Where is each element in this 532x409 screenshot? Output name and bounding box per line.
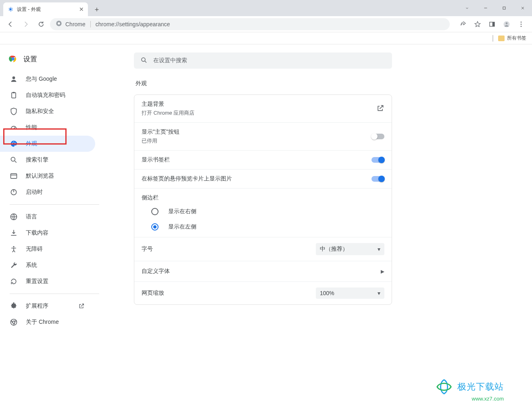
bookmarks-bar: 所有书签 — [0, 32, 532, 44]
browser-tab[interactable]: 设置 - 外观 ✕ — [3, 2, 88, 16]
svg-rect-22 — [11, 174, 17, 178]
row-label: 显示书签栏 — [142, 156, 371, 164]
all-bookmarks-link[interactable]: 所有书签 — [507, 35, 526, 42]
clipboard-icon — [10, 91, 18, 99]
reload-button[interactable] — [35, 18, 48, 31]
minimize-icon[interactable] — [476, 0, 495, 16]
radio-icon — [151, 223, 159, 231]
newtab-button[interactable]: + — [91, 4, 102, 15]
external-link-icon — [376, 104, 384, 113]
svg-point-20 — [15, 143, 15, 143]
sidebar-item-label: 关于 Chrome — [26, 319, 59, 326]
row-sublabel: 已停用 — [142, 137, 371, 145]
sidebar-item-accessibility[interactable]: 无障碍 — [0, 241, 95, 257]
sidebar-item-label: 性能 — [26, 124, 37, 131]
row-theme[interactable]: 主题背景 打开 Chrome 应用商店 — [134, 95, 392, 123]
sidebar-item-performance[interactable]: 性能 — [0, 120, 95, 136]
radio-sidepanel-left[interactable]: 显示在左侧 — [134, 219, 392, 237]
row-sublabel: 打开 Chrome 应用商店 — [142, 109, 376, 117]
search-placeholder: 在设置中搜索 — [153, 57, 187, 64]
power-icon — [10, 188, 18, 196]
row-label: 主题背景 — [142, 101, 376, 108]
select-value: 中（推荐） — [320, 245, 348, 253]
row-home-button: 显示"主页"按钮 已停用 — [134, 123, 392, 151]
sidebar-item-label: 您与 Google — [26, 76, 57, 83]
omnibox[interactable]: Chrome chrome://settings/appearance — [50, 18, 450, 30]
toggle-bookmarks-bar[interactable] — [371, 157, 384, 163]
gear-icon — [7, 6, 14, 13]
sidebar-item-appearance[interactable]: 外观 — [0, 136, 95, 152]
svg-point-25 — [13, 246, 14, 247]
toggle-home-button[interactable] — [371, 134, 384, 139]
watermark-text: 极光下载站 — [457, 381, 504, 393]
row-show-bookmarks: 显示书签栏 — [134, 151, 392, 170]
star-icon[interactable] — [471, 18, 484, 31]
chrome-logo-icon — [8, 54, 18, 64]
sidebar-item-languages[interactable]: 语言 — [0, 209, 95, 225]
svg-point-18 — [12, 143, 13, 143]
sidebar-item-about[interactable]: 关于 Chrome — [0, 314, 95, 330]
chevron-down-icon[interactable] — [458, 0, 476, 16]
sidebar-item-label: 下载内容 — [26, 229, 48, 237]
forward-button[interactable] — [19, 18, 32, 31]
close-icon[interactable] — [513, 0, 532, 16]
row-label: 网页缩放 — [142, 289, 316, 297]
row-custom-fonts[interactable]: 自定义字体 ▸ — [134, 261, 392, 282]
sidebar-item-label: 无障碍 — [26, 245, 43, 253]
radio-icon — [151, 208, 159, 215]
sidebar-item-downloads[interactable]: 下载内容 — [0, 225, 95, 241]
sidebar-item-startup[interactable]: 启动时 — [0, 184, 95, 200]
divider — [90, 21, 91, 27]
divider — [10, 204, 99, 205]
sidebar-item-autofill[interactable]: 自动填充和密码 — [0, 87, 95, 103]
sidebar-item-default-browser[interactable]: 默认浏览器 — [0, 168, 95, 184]
tab-title: 设置 - 外观 — [17, 6, 41, 13]
maximize-icon[interactable] — [495, 0, 513, 16]
back-button[interactable] — [4, 18, 17, 31]
svg-rect-1 — [484, 8, 487, 8]
font-size-select[interactable]: 中（推荐） ▾ — [316, 243, 384, 255]
browser-icon — [10, 172, 18, 180]
row-label: 字号 — [142, 245, 316, 253]
chevron-right-icon: ▸ — [381, 267, 384, 276]
menu-icon[interactable] — [514, 18, 528, 31]
sidebar-item-label: 外观 — [26, 140, 37, 147]
sidebar-item-privacy[interactable]: 隐私和安全 — [0, 103, 95, 120]
person-icon — [10, 75, 18, 83]
page-zoom-select[interactable]: 100% ▾ — [316, 287, 384, 299]
profile-icon[interactable] — [500, 18, 513, 31]
svg-point-28 — [142, 58, 145, 61]
appearance-card: 主题背景 打开 Chrome 应用商店 显示"主页"按钮 已停用 显示书签栏 在… — [134, 94, 392, 305]
sidebar-item-label: 自动填充和密码 — [26, 92, 65, 99]
shield-icon — [10, 107, 18, 115]
chevron-down-icon: ▾ — [378, 246, 380, 252]
share-icon[interactable] — [456, 18, 470, 31]
toggle-hover-images[interactable] — [371, 176, 384, 182]
svg-rect-6 — [492, 22, 494, 26]
row-label: 自定义字体 — [142, 268, 381, 275]
sidepanel-icon[interactable] — [485, 18, 499, 31]
svg-rect-2 — [503, 7, 505, 9]
sidebar-item-reset[interactable]: 重置设置 — [0, 273, 95, 289]
radio-sidepanel-right[interactable]: 显示在右侧 — [134, 204, 392, 219]
sidebar-item-you-and-google[interactable]: 您与 Google — [0, 71, 95, 87]
sidebar-item-system[interactable]: 系统 — [0, 257, 95, 273]
reset-icon — [10, 277, 18, 285]
radio-label: 显示在左侧 — [168, 223, 196, 231]
divider — [10, 294, 99, 294]
folder-icon — [498, 36, 505, 41]
browser-toolbar: Chrome chrome://settings/appearance — [0, 16, 532, 32]
divider — [492, 35, 493, 42]
external-link-icon — [77, 302, 86, 310]
sidebar-item-search[interactable]: 搜索引擎 — [0, 152, 95, 168]
browser-titlebar: 设置 - 外观 ✕ + — [0, 0, 532, 16]
row-label: 显示"主页"按钮 — [142, 128, 371, 136]
sidebar-item-label: 搜索引擎 — [26, 156, 48, 164]
row-label: 在标签页的悬停预览卡片上显示图片 — [142, 175, 371, 182]
sidebar-item-extensions[interactable]: 扩展程序 — [0, 298, 95, 314]
row-hover-images: 在标签页的悬停预览卡片上显示图片 — [134, 170, 392, 189]
settings-title: 设置 — [23, 55, 37, 64]
close-icon[interactable]: ✕ — [79, 6, 84, 13]
accessibility-icon — [10, 245, 18, 253]
settings-search[interactable]: 在设置中搜索 — [134, 52, 392, 69]
